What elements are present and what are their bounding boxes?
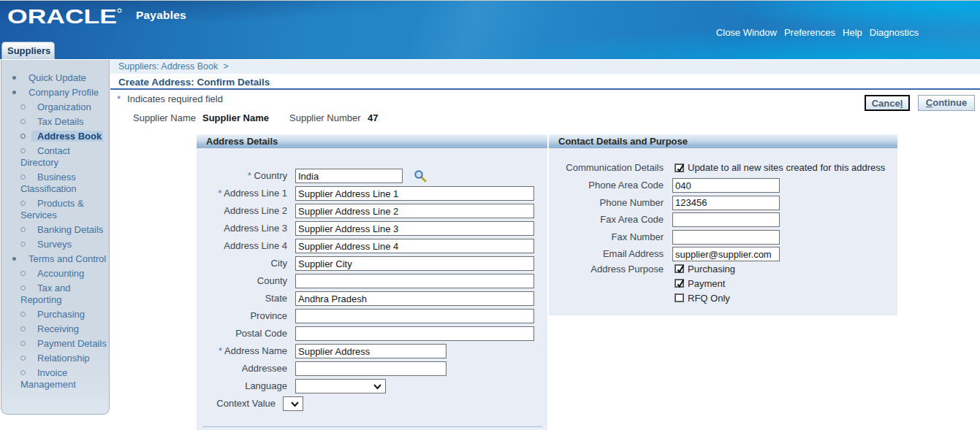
svg-text:ORACLE: ORACLE bbox=[7, 6, 117, 26]
